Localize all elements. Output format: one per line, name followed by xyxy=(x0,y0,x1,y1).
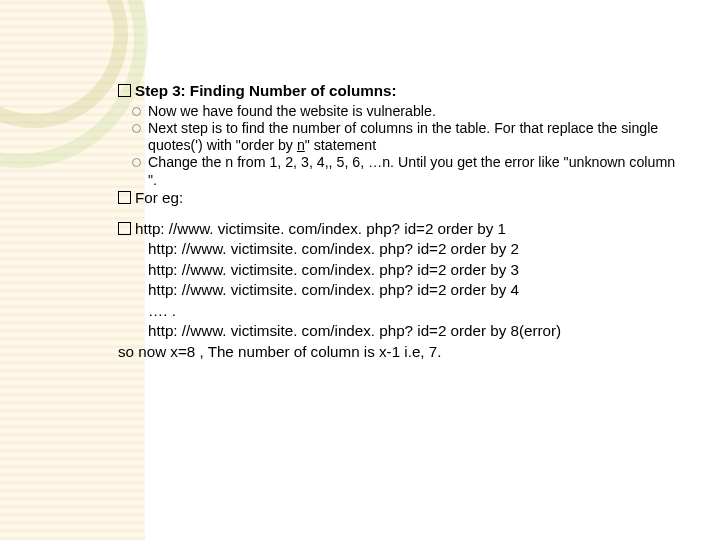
sub-bullet: Next step is to find the number of colum… xyxy=(118,120,678,155)
sub-bullet: Now we have found the website is vulnera… xyxy=(118,103,678,120)
ring-bullet-icon xyxy=(132,124,141,133)
dots-text: …. . xyxy=(148,302,176,319)
example-line: http: //www. victimsite. com/index. php?… xyxy=(118,240,678,259)
url-text: http: //www. victimsite. com/index. php?… xyxy=(148,240,519,257)
url-text: http: //www. victimsite. com/index. php?… xyxy=(148,281,519,298)
step-heading: Step 3: Finding Number of columns: xyxy=(118,82,678,101)
checkbox-icon xyxy=(118,84,131,97)
url-text: http: //www. victimsite. com/index. php?… xyxy=(148,322,561,339)
bullet-text: Next step is to find the number of colum… xyxy=(148,120,658,153)
conclusion-line: so now x=8 , The number of column is x-1… xyxy=(118,343,678,362)
heading-text: 3: Finding Number of columns: xyxy=(168,82,397,99)
conclusion-text: so now x=8 , The number of column is x-1… xyxy=(118,343,441,360)
checkbox-icon xyxy=(118,191,131,204)
url-text: http: //www. victimsite. com/index. php?… xyxy=(148,261,519,278)
ring-bullet-icon xyxy=(132,107,141,116)
ring-icon xyxy=(0,0,128,128)
heading-prefix: Step xyxy=(135,82,168,99)
bullet-text: " statement xyxy=(305,137,376,153)
example-line: http: //www. victimsite. com/index. php?… xyxy=(118,281,678,300)
example-dots: …. . xyxy=(118,302,678,321)
for-eg-text: For eg: xyxy=(135,189,183,206)
checkbox-icon xyxy=(118,222,131,235)
bullet-text: Now we have found the website is vulnera… xyxy=(148,103,436,119)
underlined-n: n xyxy=(297,137,305,153)
sub-bullet: Change the n from 1, 2, 3, 4,, 5, 6, …n.… xyxy=(118,154,678,189)
example-line: http: //www. victimsite. com/index. php?… xyxy=(118,322,678,341)
bullet-text: Change the n from 1, 2, 3, 4,, 5, 6, …n.… xyxy=(148,154,675,187)
example-line: http: //www. victimsite. com/index. php?… xyxy=(118,261,678,280)
ring-bullet-icon xyxy=(132,158,141,167)
example-line: http: //www. victimsite. com/index. php?… xyxy=(118,220,678,239)
for-eg-line: For eg: xyxy=(118,189,678,208)
slide-content: Step 3: Finding Number of columns: Now w… xyxy=(118,82,678,363)
url-text: http: //www. victimsite. com/index. php?… xyxy=(135,220,506,237)
